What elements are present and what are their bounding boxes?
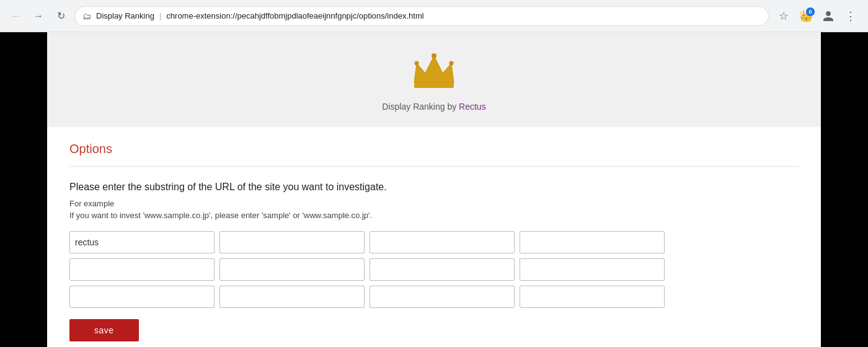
forward-button[interactable]: → — [30, 7, 47, 25]
url-input-11[interactable] — [370, 286, 515, 308]
rectus-link[interactable]: Rectus — [459, 102, 486, 112]
page-wrapper: Display Ranking by Rectus Options Please… — [47, 32, 821, 347]
url-input-grid — [69, 231, 665, 308]
url-input-12[interactable] — [520, 286, 665, 308]
url-input-3[interactable] — [370, 231, 515, 253]
crown-svg — [412, 51, 456, 88]
profile-button[interactable] — [818, 6, 838, 26]
svg-point-2 — [432, 53, 436, 58]
extension-badge-container[interactable]: 👑 0 — [796, 6, 816, 26]
url-text: chrome-extension://pecahjdffobmjpdlaofea… — [166, 11, 423, 20]
url-input-6[interactable] — [219, 258, 365, 281]
svg-point-4 — [450, 61, 454, 66]
svg-marker-0 — [414, 56, 454, 83]
bookmark-button[interactable]: ☆ — [774, 6, 794, 26]
url-input-5[interactable] — [69, 258, 215, 281]
toolbar-actions: ☆ 👑 0 ⋮ — [774, 6, 861, 26]
back-button[interactable]: ← — [7, 7, 25, 25]
favicon-icon: 🗂 — [82, 11, 91, 21]
options-heading: Options — [69, 142, 799, 156]
header-title: Display Ranking by Rectus — [382, 102, 485, 112]
svg-rect-1 — [414, 83, 454, 88]
reload-button[interactable]: ↻ — [52, 7, 69, 25]
main-content: Options Please enter the substring of th… — [47, 127, 821, 347]
page-header: Display Ranking by Rectus — [47, 32, 821, 127]
url-separator: | — [159, 11, 161, 20]
url-input-9[interactable] — [69, 286, 215, 308]
crown-icon — [412, 51, 456, 94]
browser-chrome: ← → ↻ 🗂 Display Ranking | chrome-extensi… — [0, 0, 868, 32]
divider — [69, 166, 799, 167]
page-title-in-bar: Display Ranking — [96, 11, 154, 20]
address-bar[interactable]: 🗂 Display Ranking | chrome-extension://p… — [74, 6, 769, 26]
save-button[interactable]: save — [69, 319, 139, 341]
instructions-text: Please enter the substring of the URL of… — [69, 182, 799, 193]
url-input-1[interactable] — [69, 231, 215, 253]
url-input-7[interactable] — [370, 258, 515, 281]
url-input-2[interactable] — [219, 231, 365, 253]
header-title-text: Display Ranking by — [382, 102, 459, 112]
url-input-8[interactable] — [520, 258, 665, 281]
url-input-10[interactable] — [219, 286, 365, 308]
svg-point-3 — [415, 61, 419, 66]
example-detail: If you want to invest 'www.sample.co.jp'… — [69, 211, 799, 220]
more-button[interactable]: ⋮ — [841, 6, 861, 26]
example-label: For example — [69, 199, 799, 208]
url-input-4[interactable] — [520, 231, 665, 253]
badge-count: 0 — [806, 7, 815, 16]
profile-icon — [822, 10, 835, 22]
